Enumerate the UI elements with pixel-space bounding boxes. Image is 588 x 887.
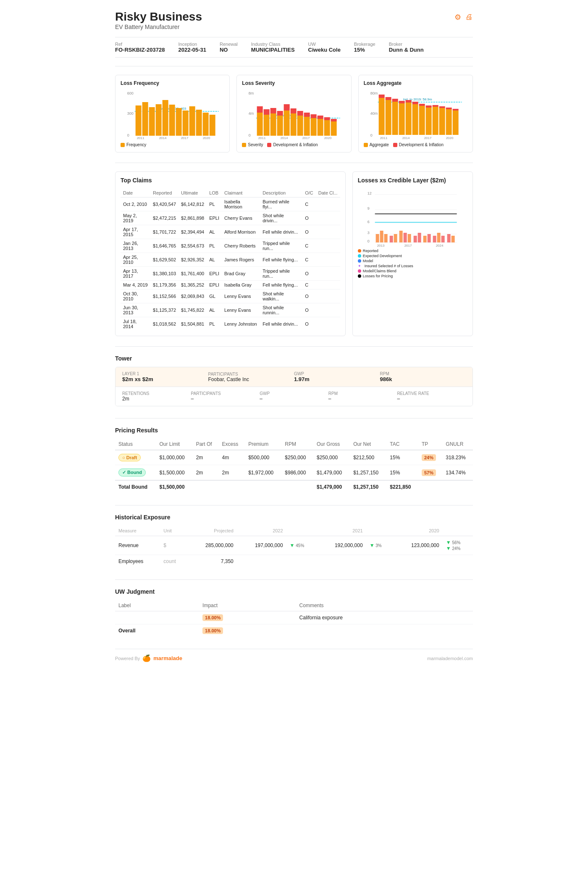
- tower-box: LAYER 1 $2m xs $2m PARTICIPANTS Foobar, …: [115, 367, 473, 406]
- svg-rect-29: [264, 109, 270, 115]
- svg-rect-42: [311, 118, 317, 136]
- hist-row-employees: Employees count 7,350: [115, 555, 473, 568]
- frequency-legend: Frequency: [121, 142, 224, 147]
- pricing-col-tp: TP: [418, 439, 442, 450]
- pricing-table: Status Our Limit Part Of Excess Premium …: [115, 439, 473, 493]
- svg-rect-71: [419, 106, 425, 135]
- svg-rect-48: [331, 121, 337, 136]
- svg-text:2014: 2014: [159, 136, 167, 140]
- svg-text:2011: 2011: [380, 136, 387, 140]
- frequency-chart-area: 600 300 0 Avg. to 2019: 403: [121, 89, 224, 140]
- print-icon[interactable]: 🖨: [465, 13, 473, 22]
- svg-rect-35: [284, 104, 290, 111]
- svg-rect-45: [318, 116, 323, 119]
- svg-rect-59: [378, 98, 384, 135]
- header-icons: ⚙ 🖨: [454, 13, 473, 22]
- svg-text:300: 300: [127, 111, 134, 116]
- svg-text:2011: 2011: [137, 136, 144, 140]
- tower-layer1: LAYER 1 $2m xs $2m: [122, 371, 208, 382]
- tower-gwp2: GWP –: [260, 391, 328, 402]
- svg-text:6: 6: [367, 220, 369, 224]
- tower-section: Tower LAYER 1 $2m xs $2m PARTICIPANTS Fo…: [115, 355, 473, 406]
- uw-impact-overall: 18.00%: [199, 624, 296, 637]
- pricing-table-row: ○ Draft $1,000,000 2m 4m $500,000 $250,0…: [115, 450, 473, 465]
- aggregate-svg: 80m 40m 0 Ind. to 2019: 58.9m: [364, 89, 467, 140]
- svg-rect-107: [413, 236, 417, 242]
- svg-rect-7: [149, 107, 155, 136]
- svg-rect-105: [403, 233, 407, 242]
- uw-judgment-section: UW Judgment Label Impact Comments 18.00%…: [115, 588, 473, 637]
- svg-rect-14: [196, 110, 202, 136]
- aggregate-chart-area: 80m 40m 0 Ind. to 2019: 58.9m: [364, 89, 467, 140]
- losses-xs-legend: Reported Expected Development Model ✦Ins…: [358, 249, 467, 278]
- svg-rect-68: [405, 100, 411, 103]
- svg-rect-108: [417, 233, 421, 242]
- svg-rect-40: [304, 117, 310, 136]
- top-claims-panel: Top Claims Date Reported Ultimate LOB Cl…: [115, 171, 346, 336]
- claims-table-row: Oct 2, 2010 $3,420,547 $6,142,812 PL Isa…: [121, 197, 340, 211]
- loss-aggregate-chart: Loss Aggregate 80m 40m 0 Ind. to 2019: 5…: [358, 75, 473, 153]
- svg-text:2011: 2011: [258, 136, 266, 140]
- svg-rect-112: [437, 233, 440, 242]
- marmalade-brand: marmalade: [153, 655, 182, 661]
- svg-rect-34: [284, 111, 290, 136]
- meta-brokerage: Brokerage 15%: [354, 42, 375, 53]
- app-title: Risky Business: [115, 10, 202, 24]
- meta-ref: Ref FO-RSKBIZ-203728: [115, 42, 165, 53]
- claims-table-row: May 2, 2019 $2,472,215 $2,861,898 EPLI C…: [121, 211, 340, 225]
- svg-rect-5: [136, 105, 142, 136]
- svg-text:0: 0: [370, 133, 372, 137]
- svg-rect-47: [324, 117, 330, 120]
- svg-rect-114: [447, 234, 450, 242]
- svg-rect-82: [452, 109, 458, 111]
- aggregate-legend: Aggregate Development & Inflation: [364, 142, 467, 147]
- col-date-cl: Date Cl...: [316, 189, 340, 197]
- col-ultimate: Ultimate: [178, 189, 207, 197]
- hist-trend-2020: ▼ 56%▼ 24%: [443, 536, 473, 555]
- hist-measure-employees: Employees: [115, 555, 160, 568]
- col-description: Description: [260, 189, 302, 197]
- svg-rect-39: [297, 111, 303, 116]
- claims-losses-section: Top Claims Date Reported Ultimate LOB Cl…: [115, 171, 473, 336]
- meta-uw: UW Ciweku Cole: [308, 42, 341, 53]
- svg-rect-33: [277, 111, 283, 116]
- pricing-total-row: Total Bound $1,500,000 $1,479,000 $1,257…: [115, 480, 473, 493]
- svg-rect-115: [451, 236, 454, 242]
- svg-rect-109: [423, 236, 426, 242]
- losses-xs-svg: 12 9 6 3 0: [358, 189, 467, 247]
- pricing-col-premium: Premium: [245, 439, 281, 450]
- pricing-col-excess: Excess: [219, 439, 245, 450]
- svg-rect-77: [439, 108, 445, 135]
- svg-rect-41: [304, 113, 310, 117]
- claims-table-row: Apr 25, 2010 $1,629,502 $2,926,352 AL Ja…: [121, 253, 340, 267]
- claims-table-row: Apr 17, 2015 $1,701,722 $2,394,494 AL Al…: [121, 225, 340, 239]
- tower-relative-rate: RELATIVE RATE –: [397, 391, 466, 402]
- claims-table-row: Mar 4, 2019 $1,179,356 $1,365,252 EPLI I…: [121, 281, 340, 290]
- hist-2021-revenue: 192,000,000: [317, 536, 366, 555]
- charts-section: Loss Frequency 600 300 0 Avg. to 2019: 4…: [115, 75, 473, 153]
- svg-rect-28: [264, 115, 270, 136]
- svg-rect-70: [412, 102, 418, 104]
- historical-table: Measure Unit Projected 2022 2021 2020 Re…: [115, 526, 473, 568]
- tower-participants2: PARTICIPANTS –: [191, 391, 260, 402]
- svg-text:8m: 8m: [249, 91, 254, 95]
- svg-text:0: 0: [249, 133, 251, 137]
- claims-table-row: Apr 13, 2017 $1,380,103 $1,761,400 EPLI …: [121, 267, 340, 281]
- severity-svg: 8m 4m 0 Dev. Avg. to 2019: 2.22m: [242, 89, 346, 140]
- gear-icon[interactable]: ⚙: [454, 13, 461, 22]
- col-date: Date: [121, 189, 150, 197]
- svg-text:2017: 2017: [302, 136, 310, 140]
- svg-rect-8: [156, 104, 162, 136]
- svg-rect-63: [392, 102, 398, 135]
- svg-rect-69: [412, 104, 418, 135]
- svg-text:2020: 2020: [324, 136, 332, 140]
- hist-row-revenue: Revenue $ 285,000,000 197,000,000 ▼ 45% …: [115, 536, 473, 555]
- svg-rect-104: [399, 231, 402, 242]
- divider-4: [115, 418, 473, 418]
- uw-comments-california: California exposure: [296, 611, 473, 624]
- uw-col-impact: Impact: [199, 600, 296, 611]
- divider-3: [115, 346, 473, 347]
- svg-rect-15: [203, 113, 209, 136]
- uw-row-overall: Overall 18.00%: [115, 624, 473, 637]
- svg-rect-73: [425, 108, 431, 135]
